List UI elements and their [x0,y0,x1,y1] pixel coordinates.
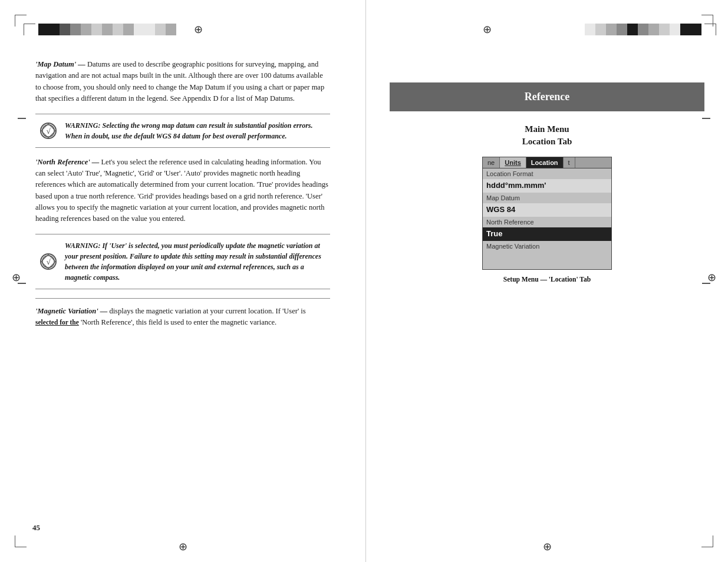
section-title-line1: Main Menu [390,123,704,135]
gps-menu: ne Units Location t Location Format hddd… [482,157,612,270]
right-crosshair: ⊕ [707,271,716,284]
corner-tr [701,15,713,27]
divider-1 [35,298,330,299]
warning-text-2: WARNING: If 'User' is selected, you must… [65,242,321,282]
corner-tl [15,15,27,27]
gps-tab-ne[interactable]: ne [483,157,500,168]
bottom-crosshair-left: ⊕ [35,540,330,562]
gps-tab-units[interactable]: Units [500,157,526,168]
map-datum-para: 'Map Datum' — Datums are used to describ… [35,59,330,105]
right-page: ⊕ ⊕ [365,0,728,562]
mag-var-text3: 'North Reference', this field is used to… [81,318,276,326]
north-ref-para: 'North Reference' — Let's you select the… [35,157,330,225]
warning-text-1: WARNING: Selecting the wrong map datum c… [65,121,313,140]
mag-var-selected: selected for the [35,319,79,326]
menu-row-north-ref-value: True [483,227,611,241]
section-title-line2: Location Tab [390,135,704,148]
menu-row-mag-var-blank [483,252,611,269]
warning-box-1: √ WARNING: Selecting the wrong map datum… [35,114,330,148]
north-ref-label: 'North Reference' — [35,158,99,166]
corner-bl [15,535,27,547]
mag-var-text: displays the magnetic variation at your … [109,307,305,315]
mag-var-para: 'Magnetic Variation' — displays the magn… [35,306,330,329]
page-number: 45 [32,523,40,533]
gps-tab-t[interactable]: t [564,157,575,168]
gps-tabs: ne Units Location t [483,157,611,168]
left-crosshair: ⊕ [12,271,21,284]
menu-row-map-datum-value: WGS 84 [483,203,611,217]
header-crosshair-left: ⊕ [176,23,220,36]
svg-text:√: √ [46,257,51,266]
reference-header: Reference [390,82,704,111]
checker-pattern-left [38,24,176,35]
svg-point-0 [42,124,54,136]
menu-row-location-format-label: Location Format [483,168,611,179]
setup-caption: Setup Menu — 'Location' Tab [390,276,704,283]
menu-row-mag-var-label: Magnetic Variation [483,241,611,252]
north-ref-text: Let's you select the reference used in c… [35,158,328,223]
side-mark-left-top [18,118,26,119]
header-crosshair-right: ⊕ [390,23,585,36]
gps-tab-location[interactable]: Location [526,157,564,168]
header-bar-right: ⊕ [390,18,716,41]
warning-icon-2: √ [40,253,57,270]
menu-row-location-format-value: hddd°mm.mmm' [483,179,611,193]
svg-text:√: √ [46,126,51,135]
bottom-crosshair-right: ⊕ [366,540,728,553]
svg-point-2 [42,256,54,267]
header-bar-left: ⊕ [24,18,330,41]
menu-row-north-ref-label: North Reference [483,217,611,227]
mag-var-label: 'Magnetic Variation' — [35,307,107,315]
menu-row-map-datum-label: Map Datum [483,193,611,203]
section-title: Main Menu Location Tab [390,123,704,148]
left-content: 'Map Datum' — Datums are used to describ… [35,53,330,540]
reference-title: Reference [525,91,570,103]
warning-box-2: √ WARNING: If 'User' is selected, you mu… [35,234,330,289]
side-mark-right-top [702,118,710,119]
left-page: ⊕ [0,0,365,562]
checker-pattern-right [585,24,701,35]
map-datum-label: 'Map Datum' — [35,60,85,68]
warning-icon-1: √ [40,123,57,139]
